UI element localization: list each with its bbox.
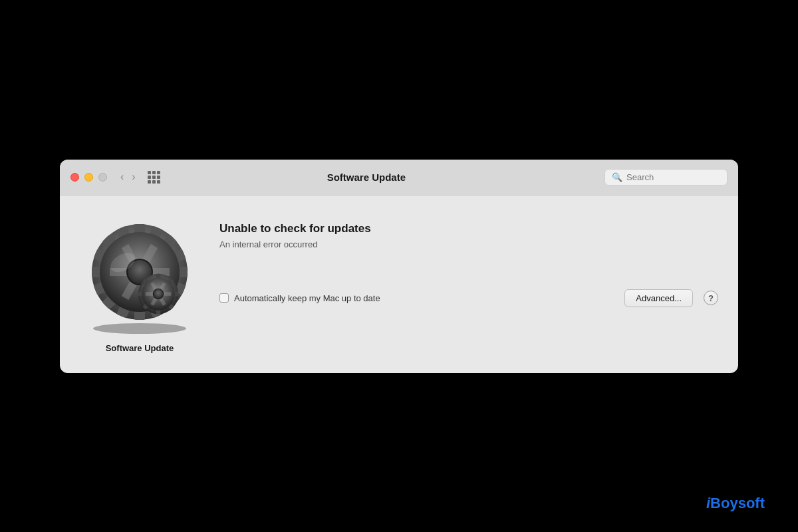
error-subtitle: An internal error occurred [219,239,718,249]
auto-update-checkbox[interactable] [219,293,229,303]
bottom-bar: Automatically keep my Mac up to date Adv… [219,289,718,307]
svg-point-0 [93,323,186,334]
system-preferences-window: ‹ › Software Update 🔍 [60,160,738,373]
search-icon: 🔍 [612,172,622,182]
content-area: Software Update Unable to check for upda… [60,196,738,373]
panel-label: Software Update [106,343,174,353]
left-panel: Software Update [80,215,200,353]
iboysoft-watermark: iBoysoft [706,495,765,512]
minimize-button[interactable] [84,173,93,182]
software-update-icon [80,215,200,335]
error-title: Unable to check for updates [219,222,718,235]
window-title: Software Update [128,172,604,183]
help-button[interactable]: ? [704,291,718,305]
titlebar: ‹ › Software Update 🔍 [60,160,738,196]
search-input[interactable] [626,172,720,182]
traffic-lights [70,173,107,182]
checkbox-label-text: Automatically keep my Mac up to date [234,293,380,303]
watermark-suffix: Boysoft [710,495,765,511]
back-button[interactable]: ‹ [118,170,126,184]
search-box[interactable]: 🔍 [604,169,728,186]
close-button[interactable] [70,173,79,182]
advanced-button[interactable]: Advanced... [624,289,693,307]
auto-update-checkbox-label[interactable]: Automatically keep my Mac up to date [219,293,614,303]
maximize-button[interactable] [98,173,107,182]
right-panel: Unable to check for updates An internal … [219,215,718,307]
svg-point-39 [154,289,163,298]
